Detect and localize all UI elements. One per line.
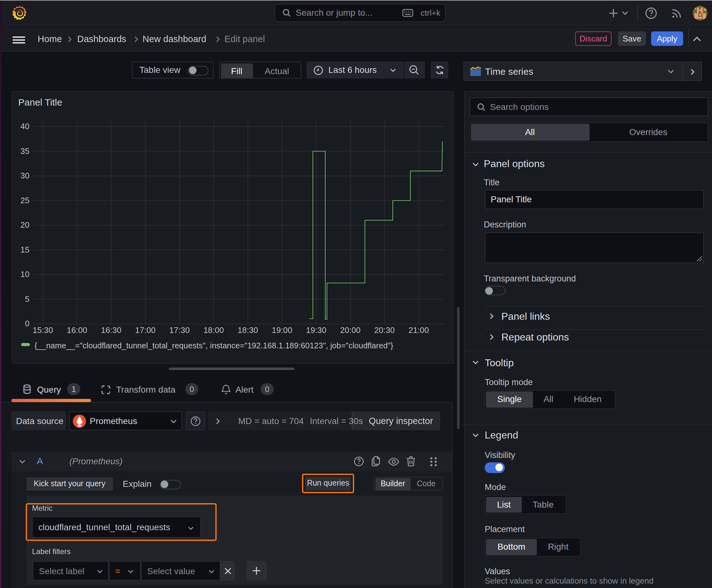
svg-text:17:30: 17:30 bbox=[169, 325, 190, 335]
svg-text:10: 10 bbox=[20, 269, 29, 279]
svg-text:40: 40 bbox=[20, 121, 29, 131]
svg-text:20:00: 20:00 bbox=[340, 325, 361, 335]
svg-text:19:00: 19:00 bbox=[272, 325, 292, 335]
svg-text:30: 30 bbox=[20, 171, 29, 180]
svg-text:16:30: 16:30 bbox=[101, 325, 122, 335]
svg-text:15: 15 bbox=[20, 245, 29, 254]
svg-text:19:30: 19:30 bbox=[306, 325, 326, 335]
svg-text:5: 5 bbox=[25, 294, 29, 303]
svg-text:17:00: 17:00 bbox=[135, 325, 155, 335]
svg-text:0: 0 bbox=[25, 318, 29, 328]
svg-text:18:30: 18:30 bbox=[238, 325, 258, 335]
svg-text:25: 25 bbox=[20, 195, 29, 205]
svg-text:35: 35 bbox=[20, 146, 29, 155]
svg-text:20:30: 20:30 bbox=[374, 325, 395, 335]
svg-text:18:00: 18:00 bbox=[203, 325, 224, 335]
svg-text:15:30: 15:30 bbox=[33, 325, 53, 335]
svg-text:20: 20 bbox=[20, 220, 29, 229]
svg-text:16:00: 16:00 bbox=[67, 325, 87, 335]
svg-text:{__name__="cloudflared_tunnel_: {__name__="cloudflared_tunnel_total_requ… bbox=[35, 341, 393, 350]
svg-text:21:00: 21:00 bbox=[408, 325, 429, 335]
